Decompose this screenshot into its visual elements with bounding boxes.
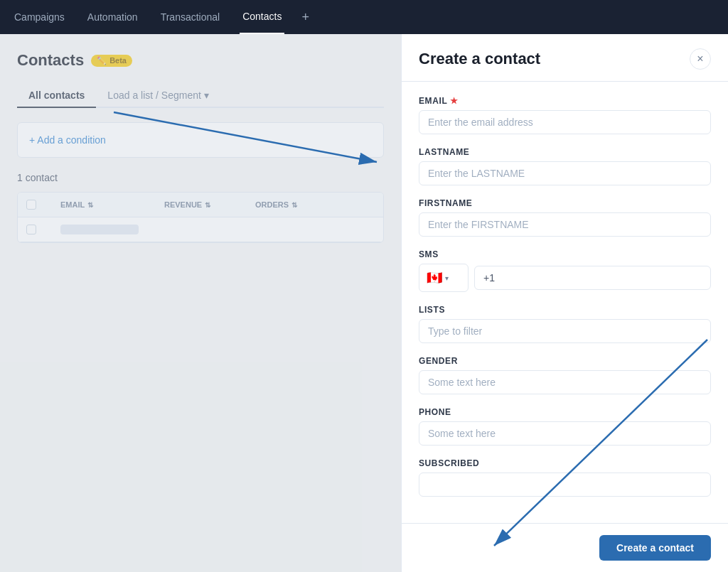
- country-select[interactable]: 🇨🇦 ▾: [419, 264, 469, 292]
- chevron-down-icon: ▾: [445, 274, 449, 282]
- page-title-row: Contacts ✏️ Beta: [17, 51, 384, 70]
- panel-body: EMAIL ★ LASTNAME FIRSTNAME SMS �: [402, 82, 728, 523]
- sms-row: 🇨🇦 ▾: [419, 264, 711, 292]
- firstname-input[interactable]: [419, 212, 711, 237]
- label-lists: LISTS: [419, 305, 711, 315]
- lastname-input[interactable]: [419, 161, 711, 185]
- row-checkbox[interactable]: [26, 225, 36, 234]
- panel-title: Create a contact: [419, 50, 540, 68]
- sort-icon: ⇅: [87, 201, 93, 209]
- subscribed-input[interactable]: [419, 473, 711, 497]
- contact-count: 1 contact: [17, 172, 384, 183]
- tab-load-list-segment[interactable]: Load a list / Segment ▾: [96, 84, 220, 108]
- th-revenue: REVENUE ⇅: [164, 200, 250, 209]
- nav-transactional[interactable]: Transactional: [158, 0, 223, 34]
- left-panel: Contacts ✏️ Beta All contacts Load a lis…: [0, 34, 401, 572]
- gender-input[interactable]: [419, 370, 711, 394]
- add-condition-button[interactable]: + Add a condition: [29, 134, 106, 146]
- top-navigation: Campaigns Automation Transactional Conta…: [0, 0, 728, 34]
- label-gender: GENDER: [419, 356, 711, 366]
- lists-input[interactable]: [419, 319, 711, 343]
- form-group-firstname: FIRSTNAME: [419, 198, 711, 237]
- label-subscribed: SUBSCRIBED: [419, 458, 711, 468]
- table-header: EMAIL ⇅ REVENUE ⇅ ORDERS ⇅: [18, 193, 383, 217]
- phone-input[interactable]: [419, 421, 711, 446]
- form-group-subscribed: SUBSCRIBED: [419, 458, 711, 497]
- beta-badge: ✏️ Beta: [91, 55, 132, 67]
- condition-bar: + Add a condition: [17, 122, 384, 158]
- chevron-down-icon: ▾: [204, 90, 209, 101]
- nav-contacts[interactable]: Contacts: [240, 0, 284, 34]
- form-group-lastname: LASTNAME: [419, 147, 711, 185]
- table-row: [18, 217, 383, 242]
- form-group-lists: LISTS: [419, 305, 711, 343]
- create-contact-panel: Create a contact × EMAIL ★ LASTNAME: [401, 34, 728, 572]
- th-orders: ORDERS ⇅: [255, 200, 341, 209]
- panel-header: Create a contact ×: [402, 34, 728, 82]
- form-group-gender: GENDER: [419, 356, 711, 394]
- label-firstname: FIRSTNAME: [419, 198, 711, 208]
- main-content: Contacts ✏️ Beta All contacts Load a lis…: [0, 34, 728, 572]
- select-all-checkbox[interactable]: [26, 200, 36, 210]
- required-star-email: ★: [450, 96, 459, 106]
- label-lastname: LASTNAME: [419, 147, 711, 157]
- label-email: EMAIL ★: [419, 96, 711, 106]
- nav-campaigns[interactable]: Campaigns: [11, 0, 68, 34]
- form-group-sms: SMS 🇨🇦 ▾: [419, 249, 711, 292]
- contacts-table: EMAIL ⇅ REVENUE ⇅ ORDERS ⇅: [17, 192, 384, 243]
- form-group-email: EMAIL ★: [419, 96, 711, 134]
- page-title: Contacts: [17, 51, 84, 70]
- tabs-row: All contacts Load a list / Segment ▾: [17, 84, 384, 108]
- panel-footer: Create a contact: [402, 523, 728, 572]
- nav-add-icon[interactable]: +: [301, 10, 309, 25]
- flag-icon: 🇨🇦: [427, 270, 442, 286]
- td-email: [60, 225, 159, 234]
- nav-automation[interactable]: Automation: [85, 0, 141, 34]
- form-group-phone: PHONE: [419, 407, 711, 446]
- close-button[interactable]: ×: [690, 48, 711, 70]
- email-input[interactable]: [419, 110, 711, 134]
- th-email: EMAIL ⇅: [60, 200, 159, 209]
- sort-icon: ⇅: [205, 201, 210, 209]
- tab-all-contacts[interactable]: All contacts: [17, 84, 96, 108]
- create-contact-button[interactable]: Create a contact: [599, 535, 711, 561]
- pencil-icon: ✏️: [97, 56, 107, 65]
- sort-icon: ⇅: [291, 201, 297, 209]
- label-phone: PHONE: [419, 407, 711, 417]
- label-sms: SMS: [419, 249, 711, 259]
- sms-input[interactable]: [474, 266, 711, 290]
